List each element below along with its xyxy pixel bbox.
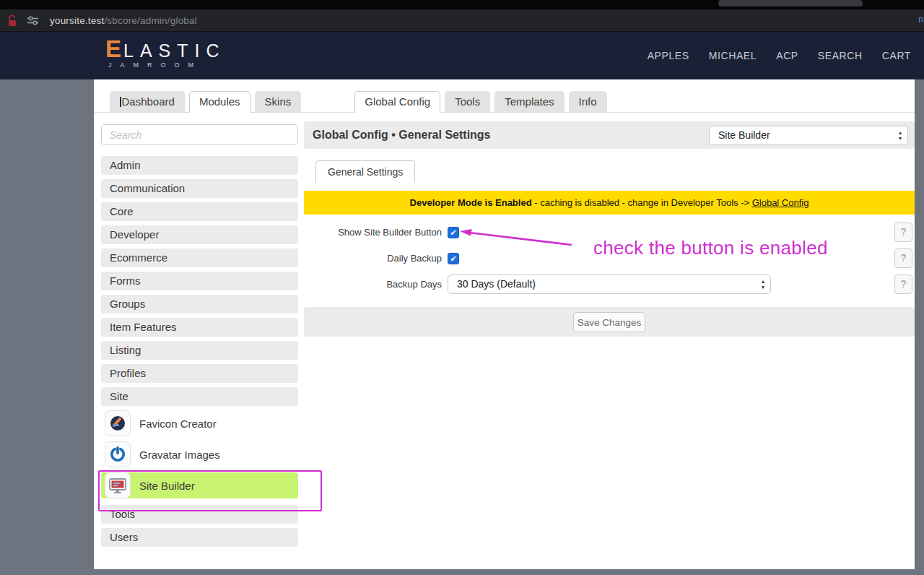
sidebar-item-developer[interactable]: Developer bbox=[101, 225, 298, 244]
site-header: E LASTIC JAMROOM APPLES MICHAEL ACP SEAR… bbox=[0, 32, 924, 79]
tab-skins[interactable]: Skins bbox=[255, 91, 302, 112]
help-button-show-site-builder[interactable]: ? bbox=[894, 222, 912, 242]
site-settings-icon[interactable] bbox=[27, 16, 39, 25]
tab-skins-label: Skins bbox=[265, 95, 292, 108]
select-arrows-icon: ▴▾ bbox=[899, 130, 902, 142]
notification-hint: n bbox=[918, 14, 923, 25]
module-tabstrip: Dashboard Modules Skins Global Config To… bbox=[94, 79, 915, 113]
sidebar-item-ecommerce[interactable]: Ecommerce bbox=[101, 248, 298, 267]
module-label: Gravatar Images bbox=[139, 449, 220, 461]
daily-backup-checkbox[interactable]: ✔ bbox=[448, 253, 459, 264]
sidebar-item-site-builder[interactable]: Site Builder bbox=[101, 472, 298, 498]
tab-dashboard[interactable]: Dashboard bbox=[110, 91, 185, 112]
help-button-backup-days[interactable]: ? bbox=[894, 274, 912, 294]
nav-michael[interactable]: MICHAEL bbox=[709, 50, 757, 61]
save-changes-button[interactable]: Save Changes bbox=[573, 312, 645, 332]
browser-tab[interactable] bbox=[718, 0, 863, 7]
site-logo[interactable]: E LASTIC JAMROOM bbox=[105, 38, 226, 69]
sidebar-item-site[interactable]: Site bbox=[101, 387, 298, 406]
sidebar-item-users[interactable]: Users bbox=[101, 528, 298, 547]
tab-info-label: Info bbox=[579, 95, 597, 108]
nav-cart[interactable]: CART bbox=[882, 50, 911, 61]
module-label: Site Builder bbox=[139, 480, 195, 492]
select-arrows-icon: ▴▾ bbox=[762, 279, 764, 290]
sidebar-item-profiles[interactable]: Profiles bbox=[101, 364, 298, 383]
tab-templates-label: Templates bbox=[505, 95, 554, 108]
banner-bold-text: Developer Mode is Enabled bbox=[410, 197, 532, 208]
sidebar-site-modules: Favicon Creator Gravatar Images bbox=[101, 410, 298, 498]
sidebar-item-forms[interactable]: Forms bbox=[101, 272, 298, 290]
lock-icon[interactable] bbox=[7, 14, 17, 27]
address-bar-container: yoursite.test/sbcore/admin/global n bbox=[0, 9, 924, 32]
tab-global-config[interactable]: Global Config bbox=[354, 91, 440, 113]
field-label-show-site-builder-button: Show Site Builder Button bbox=[304, 227, 442, 238]
logo-subtitle: JAMROOM bbox=[108, 61, 226, 69]
tab-tools-label: Tools bbox=[455, 95, 480, 108]
url-path: /sbcore/admin/global bbox=[104, 15, 197, 26]
sidebar-item-core[interactable]: Core bbox=[101, 202, 298, 221]
sidebar-item-item-features[interactable]: Item Features bbox=[101, 318, 298, 337]
tab-tools[interactable]: Tools bbox=[445, 91, 490, 112]
nav-search[interactable]: SEARCH bbox=[818, 50, 863, 61]
backup-days-value: 30 Days (Default) bbox=[457, 278, 536, 290]
backup-days-select[interactable]: 30 Days (Default) ▴▾ bbox=[448, 274, 771, 294]
logo-rest: LASTIC bbox=[123, 40, 226, 61]
tab-info[interactable]: Info bbox=[569, 91, 607, 112]
browser-top-strip bbox=[0, 0, 924, 9]
module-select-value: Site Builder bbox=[718, 129, 770, 141]
url-host: yoursite.test bbox=[50, 15, 104, 26]
primary-nav: APPLES MICHAEL ACP SEARCH CART bbox=[628, 32, 911, 79]
favicon-creator-icon bbox=[105, 410, 131, 436]
sidebar-item-favicon-creator[interactable]: Favicon Creator bbox=[101, 410, 298, 436]
tab-dashboard-label: Dashboard bbox=[122, 95, 175, 108]
sidebar-sections-after: Tools Users bbox=[101, 505, 298, 547]
sidebar-item-communication[interactable]: Communication bbox=[101, 179, 298, 198]
sidebar: Admin Communication Core Developer Ecomm… bbox=[101, 124, 298, 551]
text-caret bbox=[120, 97, 121, 107]
settings-header: Global Config • General Settings Site Bu… bbox=[304, 121, 915, 149]
tab-modules-label: Modules bbox=[199, 95, 240, 108]
form-footer: Save Changes bbox=[304, 307, 915, 337]
sidebar-item-admin[interactable]: Admin bbox=[101, 156, 298, 175]
field-label-backup-days: Backup Days bbox=[304, 279, 442, 290]
sidebar-item-groups[interactable]: Groups bbox=[101, 295, 298, 314]
developer-mode-banner: Developer Mode is Enabled - caching is d… bbox=[304, 191, 915, 215]
gravatar-icon bbox=[105, 441, 131, 467]
content-panel: Dashboard Modules Skins Global Config To… bbox=[94, 79, 915, 569]
tab-general-settings[interactable]: General Settings bbox=[315, 160, 415, 183]
page-title: Global Config • General Settings bbox=[313, 121, 491, 149]
sidebar-item-tools[interactable]: Tools bbox=[101, 505, 298, 524]
nav-acp[interactable]: ACP bbox=[776, 50, 798, 61]
tab-templates[interactable]: Templates bbox=[494, 91, 564, 112]
nav-apples[interactable]: APPLES bbox=[648, 50, 689, 61]
module-select[interactable]: Site Builder ▴▾ bbox=[709, 126, 908, 145]
check-icon: ✔ bbox=[450, 229, 456, 237]
help-button-daily-backup[interactable]: ? bbox=[894, 248, 912, 268]
global-config-link[interactable]: Global Config bbox=[752, 197, 809, 208]
show-site-builder-checkbox[interactable]: ✔ bbox=[448, 227, 459, 238]
tab-global-config-label: Global Config bbox=[365, 95, 430, 108]
sidebar-sections: Admin Communication Core Developer Ecomm… bbox=[101, 156, 298, 406]
sidebar-item-listing[interactable]: Listing bbox=[101, 341, 298, 360]
site-builder-icon bbox=[105, 472, 131, 498]
tab-modules[interactable]: Modules bbox=[189, 91, 250, 113]
tab-general-settings-label: General Settings bbox=[328, 166, 403, 178]
sidebar-search-input[interactable] bbox=[101, 124, 298, 145]
check-icon: ✔ bbox=[450, 255, 456, 263]
module-label: Favicon Creator bbox=[139, 418, 217, 430]
logo-letter-e: E bbox=[105, 38, 121, 60]
banner-middle-text: - caching is disabled - change in Develo… bbox=[532, 197, 752, 208]
logo-main: E LASTIC bbox=[105, 38, 226, 61]
address-bar[interactable]: yoursite.test/sbcore/admin/global bbox=[50, 15, 197, 26]
sidebar-item-gravatar-images[interactable]: Gravatar Images bbox=[101, 441, 298, 467]
field-label-daily-backup: Daily Backup bbox=[304, 253, 442, 264]
